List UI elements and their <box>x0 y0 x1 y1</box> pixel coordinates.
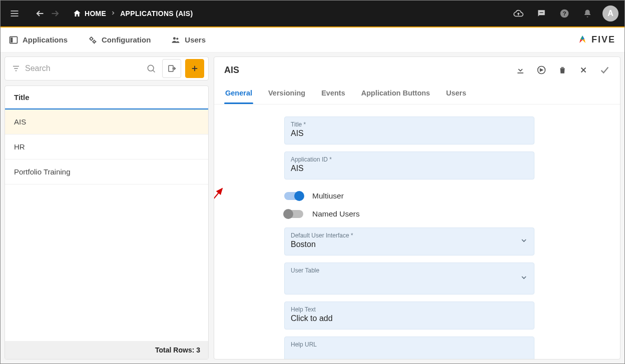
chevron-down-icon[interactable] <box>520 236 528 246</box>
svg-text:?: ? <box>562 10 566 16</box>
list-panel: Title AIS HR Portfolio Training Total Ro… <box>5 86 209 360</box>
breadcrumb-home[interactable]: HOME <box>73 9 106 18</box>
brand-logo: FIVE <box>576 34 615 46</box>
detail-actions <box>515 64 610 76</box>
delete-icon[interactable] <box>557 64 568 76</box>
tab-users[interactable]: Users <box>171 35 206 45</box>
brand-icon <box>576 34 588 46</box>
export-icon[interactable] <box>536 64 547 76</box>
brand-text: FIVE <box>591 34 615 45</box>
help-url-value <box>291 349 528 359</box>
left-panel: Title AIS HR Portfolio Training Total Ro… <box>5 56 209 360</box>
filter-icon[interactable] <box>9 64 23 73</box>
multiuser-row: Multiuser <box>284 186 534 210</box>
forward-icon <box>48 6 64 22</box>
title-value: AIS <box>291 129 528 139</box>
top-bar: HOME APPLICATIONS (AIS) ? A <box>1 0 624 26</box>
svg-point-19 <box>148 65 154 71</box>
menu-icon[interactable] <box>7 6 23 22</box>
svg-point-12 <box>90 38 93 40</box>
help-text-label: Help Text <box>291 306 528 313</box>
svg-point-13 <box>93 40 95 42</box>
list-item[interactable]: Portfolio Training <box>5 160 208 184</box>
detail-header: AIS <box>214 57 620 83</box>
tab-application-buttons[interactable]: Application Buttons <box>360 83 431 104</box>
tab-versioning[interactable]: Versioning <box>267 83 306 104</box>
svg-point-14 <box>173 37 176 40</box>
search-icon[interactable] <box>144 64 158 74</box>
home-icon <box>73 9 82 18</box>
list-item[interactable]: AIS <box>5 110 208 134</box>
tab-users-label: Users <box>185 36 206 44</box>
svg-point-15 <box>177 38 179 40</box>
tab-events[interactable]: Events <box>320 83 346 104</box>
main-area: Title AIS HR Portfolio Training Total Ro… <box>1 52 624 364</box>
named-users-label: Named Users <box>312 210 360 218</box>
list-item[interactable]: HR <box>5 134 208 160</box>
tab-configuration[interactable]: Configuration <box>88 35 151 45</box>
cloud-sync-icon[interactable] <box>510 6 526 22</box>
chevron-right-icon <box>110 10 116 18</box>
section-tabs: Applications Configuration Users FIVE <box>1 28 624 52</box>
back-icon[interactable] <box>32 6 48 22</box>
tab-configuration-label: Configuration <box>102 36 151 44</box>
panel-icon <box>9 35 19 45</box>
svg-line-20 <box>153 70 155 72</box>
tab-users-detail[interactable]: Users <box>445 83 467 104</box>
svg-rect-11 <box>11 38 13 42</box>
appid-value: AIS <box>291 164 528 174</box>
inner-tabs: General Versioning Events Application Bu… <box>214 83 620 104</box>
import-button[interactable] <box>162 59 181 78</box>
total-rows-label: Total Rows: 3 <box>5 341 208 359</box>
appid-field[interactable]: Application ID * AIS <box>284 152 534 180</box>
home-label: HOME <box>85 10 106 18</box>
close-icon[interactable] <box>578 64 589 76</box>
svg-line-27 <box>214 188 222 206</box>
help-text-value: Click to add <box>291 314 528 324</box>
help-url-field[interactable]: Help URL <box>284 336 534 359</box>
chevron-down-icon[interactable] <box>520 274 528 284</box>
user-table-value <box>291 275 528 285</box>
multiuser-toggle[interactable] <box>284 192 303 200</box>
download-icon[interactable] <box>515 64 526 76</box>
column-header-title[interactable]: Title <box>5 86 208 110</box>
help-url-label: Help URL <box>291 341 528 348</box>
breadcrumb-current[interactable]: APPLICATIONS (AIS) <box>120 10 193 18</box>
help-text-field[interactable]: Help Text Click to add <box>284 302 534 330</box>
detail-panel: AIS General Versioning Events Applicatio… <box>214 56 620 360</box>
svg-point-7 <box>542 12 543 13</box>
user-table-label: User Table <box>291 267 528 274</box>
named-users-row: Named Users <box>284 210 534 228</box>
dui-label: Default User Interface * <box>291 232 528 239</box>
bell-icon[interactable] <box>579 6 595 22</box>
dui-value: Boston <box>291 240 528 250</box>
tab-general[interactable]: General <box>224 83 253 104</box>
dui-field[interactable]: Default User Interface * Boston <box>284 228 534 256</box>
users-icon <box>171 35 181 45</box>
named-users-toggle[interactable] <box>284 210 303 218</box>
detail-title: AIS <box>224 65 239 76</box>
add-button[interactable] <box>185 59 204 78</box>
chat-icon[interactable] <box>533 6 549 22</box>
avatar[interactable]: A <box>602 6 618 22</box>
arrow-annotation <box>214 184 228 208</box>
avatar-letter: A <box>607 9 613 18</box>
search-input[interactable] <box>25 64 142 73</box>
form-area: Title * AIS Application ID * AIS Multius… <box>214 104 620 359</box>
title-label: Title * <box>291 121 528 128</box>
gears-icon <box>88 35 98 45</box>
breadcrumb: HOME APPLICATIONS (AIS) <box>73 9 193 18</box>
multiuser-label: Multiuser <box>312 192 344 200</box>
tab-applications-label: Applications <box>23 36 68 44</box>
svg-point-6 <box>541 12 542 13</box>
svg-point-5 <box>540 12 541 13</box>
search-bar <box>5 56 209 80</box>
save-icon[interactable] <box>599 64 610 76</box>
title-field[interactable]: Title * AIS <box>284 116 534 144</box>
tab-applications[interactable]: Applications <box>9 35 68 45</box>
help-icon[interactable]: ? <box>556 6 572 22</box>
appid-label: Application ID * <box>291 156 528 163</box>
user-table-field[interactable]: User Table <box>284 262 534 294</box>
